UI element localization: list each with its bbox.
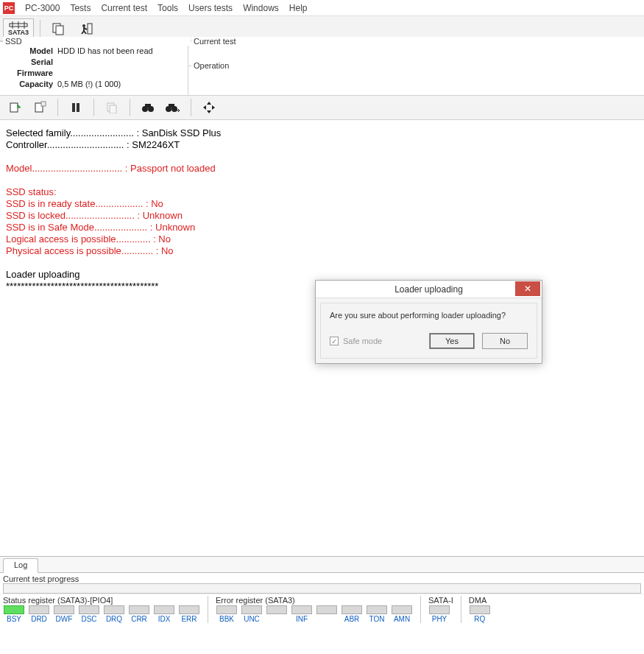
register-cell — [316, 605, 338, 623]
move-button[interactable] — [199, 98, 219, 117]
menu-users-tests[interactable]: Users tests — [188, 3, 233, 13]
tab-log[interactable]: Log — [3, 558, 38, 573]
register-cell: TON — [366, 605, 388, 623]
group-divider — [208, 596, 208, 623]
ssd-field-row: Firmware — [4, 68, 183, 80]
toolbar-separator — [191, 99, 191, 116]
register-cell: UNC — [241, 605, 263, 623]
open-file-button[interactable] — [4, 98, 25, 117]
console-line: SSD is in Safe Mode.................... … — [6, 222, 638, 233]
app-icon: PC — [3, 2, 15, 14]
menu-windows[interactable]: Windows — [243, 3, 279, 13]
toolbar-separator — [40, 20, 40, 38]
register-cell: RQ — [469, 605, 491, 623]
menu-help[interactable]: Help — [289, 3, 308, 13]
status-register-title: Status register (SATA3)-[PIO4] — [3, 596, 200, 605]
menu-tools[interactable]: Tools — [158, 3, 178, 13]
no-button[interactable]: No — [482, 333, 528, 349]
documents-button[interactable] — [46, 18, 71, 39]
register-light — [342, 605, 362, 614]
register-label: DRQ — [106, 615, 122, 623]
yes-button[interactable]: Yes — [429, 333, 475, 349]
menu-current-test[interactable]: Current test — [101, 3, 147, 13]
error-register-group: Error register (SATA3) BBKUNCINFABRTONAM… — [216, 596, 413, 623]
register-label: DWF — [56, 615, 73, 623]
register-light — [316, 605, 337, 614]
ssd-field-value: HDD ID has not been read — [57, 46, 153, 55]
register-cell: AMN — [391, 605, 413, 623]
console-line: Loader uploading — [6, 269, 638, 281]
svg-rect-6 — [88, 24, 92, 34]
copy-icon — [106, 102, 118, 113]
group-divider — [420, 596, 421, 623]
register-cell: PHY — [428, 605, 450, 623]
register-cell: BBK — [216, 605, 238, 623]
dialog-title: Loader uploading — [394, 284, 463, 295]
svg-rect-22 — [145, 104, 151, 108]
svg-line-10 — [84, 31, 86, 34]
register-cell: DRD — [28, 605, 50, 623]
svg-rect-5 — [56, 26, 63, 35]
sata-i-group: SATA-I PHY — [428, 596, 453, 623]
progress-bar — [3, 583, 641, 594]
register-label: BBK — [219, 615, 234, 623]
register-cell: BSY — [3, 605, 25, 623]
copy-button[interactable] — [102, 98, 122, 117]
save-file-icon — [33, 101, 46, 114]
register-label: IDX — [158, 615, 171, 623]
console-line: Selected family........................ … — [6, 127, 638, 139]
dialog-titlebar[interactable]: Loader uploading ✕ — [316, 281, 542, 298]
pause-button[interactable] — [66, 98, 86, 117]
register-light — [216, 605, 237, 614]
toolbar-secondary — [0, 95, 644, 120]
register-label: INF — [296, 615, 308, 623]
register-label: PHY — [432, 615, 447, 623]
sata-i-title: SATA-I — [428, 596, 453, 605]
save-file-button[interactable] — [29, 98, 50, 117]
app-title: PC-3000 — [25, 3, 60, 13]
register-light — [291, 605, 312, 614]
binoculars-arrow-icon — [166, 102, 180, 113]
dma-title: DMA — [469, 596, 491, 605]
exit-button[interactable] — [74, 18, 99, 39]
port-selector-button[interactable]: SATA3 — [3, 18, 34, 39]
toolbar-separator — [57, 99, 58, 116]
register-light — [154, 605, 174, 614]
find-button[interactable] — [138, 98, 158, 117]
menu-tests[interactable]: Tests — [70, 3, 91, 13]
dialog-close-button[interactable]: ✕ — [515, 281, 540, 296]
sata-connector-icon — [9, 21, 28, 29]
register-light — [79, 605, 99, 614]
ssd-field-label: Firmware — [4, 68, 57, 77]
console-line: SSD is locked.......................... … — [6, 210, 638, 222]
register-label: RQ — [474, 615, 485, 623]
ssd-field-row: ModelHDD ID has not been read — [4, 46, 183, 57]
svg-rect-16 — [72, 103, 75, 112]
svg-marker-29 — [212, 105, 215, 110]
pause-icon — [71, 102, 81, 113]
ssd-legend: SSD — [3, 37, 191, 46]
register-cell: IDX — [153, 605, 175, 623]
documents-icon — [52, 22, 66, 35]
register-label: BSY — [7, 615, 21, 623]
register-label: ABR — [344, 615, 360, 623]
register-label: CRR — [131, 615, 147, 623]
svg-point-7 — [82, 24, 85, 27]
console-line: Model.................................. … — [6, 163, 638, 175]
register-light — [266, 605, 287, 614]
toolbar-separator — [130, 99, 130, 116]
register-label: DSC — [81, 615, 96, 623]
console-line: Physical access is possible............ … — [6, 245, 638, 257]
ssd-field-label: Capacity — [4, 80, 57, 88]
dialog-message: Are you sure about performing loader upl… — [330, 311, 528, 320]
register-light — [4, 605, 24, 614]
register-light — [429, 605, 450, 614]
svg-marker-27 — [207, 110, 211, 113]
right-panels: Current test Operation — [188, 42, 644, 95]
console-line — [6, 175, 638, 186]
register-light — [392, 605, 412, 614]
console-line: Logical access is possible............. … — [6, 233, 638, 245]
binoculars-icon — [142, 102, 154, 113]
find-next-button[interactable] — [163, 98, 183, 117]
svg-rect-17 — [77, 103, 79, 112]
